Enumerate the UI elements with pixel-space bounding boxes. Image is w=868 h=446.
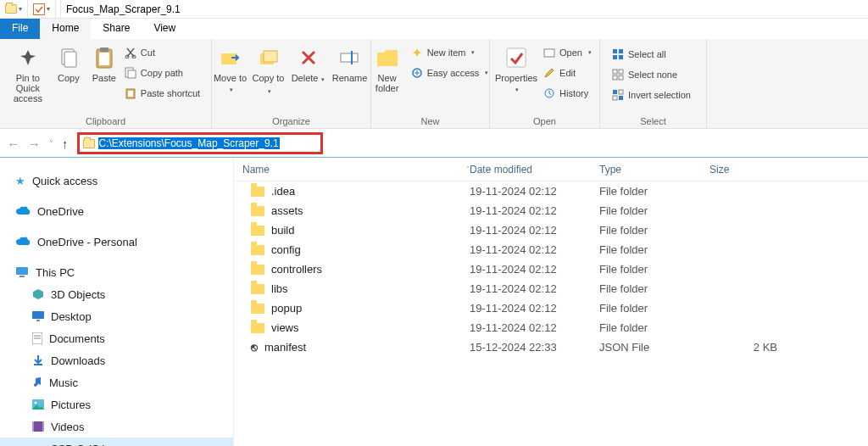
copy-button[interactable]: Copy bbox=[53, 42, 84, 83]
select-all-button[interactable]: Select all bbox=[612, 46, 694, 63]
file-date: 19-11-2024 02:12 bbox=[470, 224, 599, 237]
pictures-icon bbox=[32, 399, 44, 410]
table-row[interactable]: config19-11-2024 02:12File folder bbox=[234, 240, 868, 259]
file-size: 2 KB bbox=[709, 341, 794, 354]
table-row[interactable]: libs19-11-2024 02:12File folder bbox=[234, 279, 868, 298]
col-name[interactable]: Name ˄ bbox=[234, 164, 470, 176]
file-name: build bbox=[271, 224, 294, 237]
back-button[interactable]: ← bbox=[7, 137, 19, 151]
svg-rect-34 bbox=[32, 311, 44, 319]
select-none-button[interactable]: Select none bbox=[612, 66, 694, 83]
edit-button[interactable]: Edit bbox=[543, 64, 595, 81]
svg-rect-24 bbox=[613, 70, 617, 74]
file-date: 19-11-2024 02:12 bbox=[470, 204, 599, 217]
forward-button[interactable]: → bbox=[28, 137, 41, 151]
col-type[interactable]: Type bbox=[599, 164, 709, 176]
table-row[interactable]: controllers19-11-2024 02:12File folder bbox=[234, 259, 868, 279]
move-to-button[interactable]: Move to ▾ bbox=[214, 42, 248, 95]
nav-desktop[interactable]: Desktop bbox=[0, 305, 233, 327]
system-menu[interactable]: ▾ bbox=[0, 0, 28, 18]
tab-share[interactable]: Share bbox=[91, 19, 142, 39]
file-type: File folder bbox=[599, 224, 709, 237]
svg-rect-14 bbox=[341, 53, 358, 62]
qat-properties[interactable]: ▾ bbox=[28, 0, 56, 18]
edit-icon bbox=[543, 67, 555, 79]
svg-rect-3 bbox=[100, 47, 108, 52]
cloud-icon bbox=[15, 206, 31, 216]
copy-path-button[interactable]: Copy path bbox=[125, 64, 203, 81]
folder-icon bbox=[5, 4, 17, 14]
invert-icon bbox=[612, 89, 624, 101]
open-button[interactable]: Open▾ bbox=[543, 44, 595, 61]
nav-ssd-c[interactable]: SSD C (C:) bbox=[0, 438, 233, 446]
file-list: .idea19-11-2024 02:12File folderassets19… bbox=[234, 181, 868, 446]
col-size[interactable]: Size bbox=[709, 164, 794, 176]
properties-button[interactable]: Properties ▾ bbox=[494, 42, 538, 95]
paste-shortcut-button[interactable]: Paste shortcut bbox=[125, 85, 203, 102]
table-row[interactable]: build19-11-2024 02:12File folder bbox=[234, 220, 868, 240]
nav-pictures[interactable]: Pictures bbox=[0, 393, 233, 415]
file-name: assets bbox=[271, 204, 303, 217]
cut-button[interactable]: Cut bbox=[125, 44, 203, 61]
copy-to-button[interactable]: Copy to ▾ bbox=[253, 42, 287, 97]
rename-button[interactable]: Rename bbox=[331, 42, 370, 83]
videos-icon bbox=[32, 421, 44, 432]
ribbon: Pin to Quick access Copy Paste Cut Copy … bbox=[0, 39, 868, 129]
delete-button[interactable]: Delete ▾ bbox=[292, 42, 326, 85]
folder-icon bbox=[251, 265, 264, 275]
nav-documents[interactable]: Documents bbox=[0, 327, 233, 349]
copy-to-icon bbox=[259, 48, 281, 67]
table-row[interactable]: assets19-11-2024 02:12File folder bbox=[234, 201, 868, 220]
content-pane: Name ˄ Date modified Type Size .idea19-1… bbox=[234, 158, 868, 446]
nav-this-pc[interactable]: This PC bbox=[0, 261, 233, 283]
recent-locations[interactable]: ˅ bbox=[49, 139, 53, 148]
easy-access-icon bbox=[411, 67, 423, 79]
svg-rect-1 bbox=[64, 52, 76, 67]
folder-icon bbox=[251, 206, 264, 216]
invert-selection-button[interactable]: Invert selection bbox=[612, 86, 694, 103]
tab-home[interactable]: Home bbox=[40, 19, 91, 39]
nav-quick-access[interactable]: ★ Quick access bbox=[0, 170, 233, 192]
select-none-icon bbox=[612, 69, 624, 81]
address-bar[interactable]: C:\Extensions\Focus_Map_Scraper_9.1 bbox=[77, 132, 323, 154]
pin-quick-access-button[interactable]: Pin to Quick access bbox=[8, 42, 48, 103]
svg-rect-4 bbox=[99, 53, 109, 65]
file-type: File folder bbox=[599, 185, 709, 198]
file-name: config bbox=[271, 243, 301, 256]
nav-3d-objects[interactable]: 3D Objects bbox=[0, 283, 233, 305]
navigation-pane: ★ Quick access OneDrive OneDrive - Perso… bbox=[0, 158, 234, 446]
nav-onedrive-personal[interactable]: OneDrive - Personal bbox=[0, 231, 233, 253]
new-folder-button[interactable]: New folder bbox=[369, 42, 406, 93]
up-button[interactable]: ↑ bbox=[62, 137, 69, 151]
svg-rect-30 bbox=[613, 96, 617, 100]
easy-access-button[interactable]: Easy access▾ bbox=[411, 64, 492, 81]
address-text: C:\Extensions\Focus_Map_Scraper_9.1 bbox=[98, 137, 280, 149]
file-name: controllers bbox=[271, 263, 322, 276]
svg-rect-22 bbox=[613, 55, 617, 59]
paste-button[interactable]: Paste bbox=[89, 42, 120, 83]
folder-icon bbox=[251, 226, 264, 236]
history-button[interactable]: History bbox=[543, 85, 595, 102]
table-row[interactable]: .idea19-11-2024 02:12File folder bbox=[234, 181, 868, 201]
tab-file[interactable]: File bbox=[0, 19, 40, 39]
main: ★ Quick access OneDrive OneDrive - Perso… bbox=[0, 158, 868, 446]
table-row[interactable]: popup19-11-2024 02:12File folder bbox=[234, 298, 868, 318]
new-item-icon bbox=[411, 47, 423, 59]
svg-rect-27 bbox=[619, 75, 623, 80]
table-row[interactable]: views19-11-2024 02:12File folder bbox=[234, 318, 868, 337]
table-row[interactable]: ⎋manifest15-12-2024 22:33JSON File2 KB bbox=[234, 337, 868, 357]
svg-rect-17 bbox=[507, 48, 526, 67]
svg-rect-21 bbox=[619, 49, 623, 53]
col-date[interactable]: Date modified bbox=[470, 164, 599, 176]
new-item-button[interactable]: New item▾ bbox=[411, 44, 492, 61]
nav-downloads[interactable]: Downloads bbox=[0, 349, 233, 371]
tab-view[interactable]: View bbox=[142, 19, 187, 39]
nav-onedrive[interactable]: OneDrive bbox=[0, 200, 233, 222]
group-select: Select all Select none Invert selection … bbox=[600, 39, 707, 128]
folder-icon bbox=[251, 245, 264, 255]
nav-music[interactable]: Music bbox=[0, 371, 233, 393]
history-icon bbox=[543, 87, 555, 99]
nav-videos[interactable]: Videos bbox=[0, 415, 233, 438]
paste-shortcut-icon bbox=[125, 87, 136, 99]
svg-rect-33 bbox=[19, 276, 25, 277]
